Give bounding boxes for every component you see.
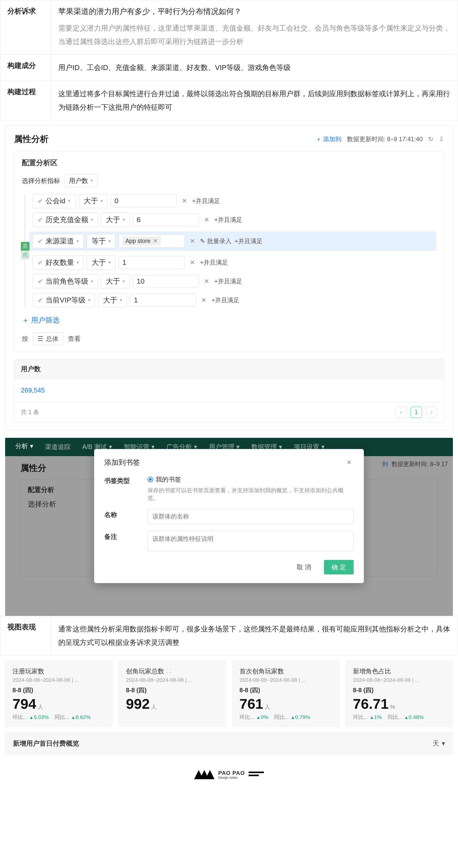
nav-analysis[interactable]: 分析 ▾ [15,442,33,452]
filter-property-select[interactable]: 当前VIP等级▾ [33,293,95,307]
chevron-down-icon: ▾ [91,217,93,223]
kpi-date: 2024-08-08~2024-08-08 | ... [126,677,219,683]
property-icon [37,260,43,265]
property-icon [37,298,43,303]
refresh-icon[interactable]: ↻ [428,135,433,143]
kpi-date: 2024-08-08~2024-08-08 | ... [353,677,446,683]
filter-operator-select[interactable]: 大于▾ [79,194,108,208]
add-and-condition[interactable]: +并且满足 [211,296,239,304]
filter-operator-select[interactable]: 等于▾ [87,234,116,248]
add-and-condition[interactable]: +并且满足 [235,237,263,245]
add-user-filter[interactable]: ＋ 用户筛选 [22,315,60,325]
metric-label: 选择分析指标 [22,177,60,185]
filter-value-input[interactable]: 1 [119,256,185,269]
kpi-yoy: 同比... ▲0.48% [388,714,424,721]
filter-operator-select[interactable]: 大于▾ [87,255,116,270]
kpi-yoy: 同比... ▲0.79% [274,714,310,721]
edit-icon: ✎ [200,238,205,245]
svg-point-4 [38,281,40,283]
filter-value-input[interactable]: 6 [133,213,199,226]
filter-operator-select[interactable]: 大于▾ [98,293,127,307]
filter-property-select[interactable]: 好友数量▾ [33,255,84,270]
filter-property-select[interactable]: 当前角色等级▾ [33,274,98,288]
view-body: 通常这些属性分析采用数据指标卡即可，很多业务场景下，这些属性不是最终结果，很有可… [51,616,458,655]
components-body: 用户ID、工会ID、充值金额、来源渠道、好友数、VIP等级、游戏角色等级 [51,55,458,81]
pager-next[interactable]: › [426,407,437,418]
remove-filter-icon[interactable]: ✕ [180,197,189,205]
kpi-mom: 环比... ▲0% [239,714,269,721]
cancel-button[interactable]: 取 消 [289,560,319,575]
svg-point-3 [38,262,40,264]
filter-property-select[interactable]: 来源渠道▾ [33,234,84,248]
time-granularity-select[interactable]: 天 ▾ [433,739,445,748]
property-icon [37,198,43,204]
logo-text: PAO PAO Design notes [218,770,245,779]
kpi-mom: 环比... ▲1% [353,714,382,721]
chip-remove-icon[interactable]: ✕ [153,238,158,245]
add-and-condition[interactable]: +并且满足 [214,277,242,285]
expand-icon: ⛶ [166,668,171,674]
add-to-link[interactable]: ＋ 添加到 [315,135,341,143]
chevron-down-icon: ▾ [123,217,125,223]
bookmark-type-radio[interactable]: 我的书签 [148,475,181,484]
add-and-condition[interactable]: +并且满足 [214,216,242,224]
filter-row: 当前角色等级▾ 大于▾ 10 ✕ +并且满足 [33,274,436,288]
kpi-value: 992人 [126,697,219,711]
chevron-down-icon: ▾ [123,279,125,284]
nav-channel[interactable]: 渠道追踪 [45,443,70,451]
remove-filter-icon[interactable]: ✕ [199,297,208,304]
filter-property-select[interactable]: 公会id▾ [33,194,76,208]
bookmark-name-label: 名称 [104,509,140,524]
process-body: 这里通过将多个目标属性进行合并过滤，最终以筛选出符合预期的目标用户群，后续则应用… [51,81,458,120]
and-or-toggle[interactable]: 且 或 [21,242,30,259]
filter-operator-select[interactable]: 大于▾ [101,274,130,288]
remove-filter-icon[interactable]: ✕ [202,216,211,223]
kpi-grid: 注册玩家数 2024-08-08~2024-08-08 | ... 8-8 (四… [5,661,453,727]
pager-current[interactable]: 1 [411,407,422,418]
filter-operator-select[interactable]: 大于▾ [101,213,130,227]
metric-select[interactable]: 用户数▾ [64,174,98,187]
bookmark-remark-input[interactable] [148,531,354,551]
result-value[interactable]: 269,545 [14,379,444,402]
filter-value-input[interactable]: 10 [133,275,199,288]
download-icon[interactable]: ⇩ [439,135,444,143]
pager-prev[interactable]: ‹ [395,407,406,418]
remove-filter-icon[interactable]: ✕ [202,278,211,285]
chevron-down-icon: ▾ [91,279,93,284]
kpi-card[interactable]: 创角玩家总数 ⛶ 2024-08-08~2024-08-08 | ... 8-8… [119,661,226,727]
by-select[interactable]: ☰ 总体 [33,332,63,345]
kpi-card[interactable]: 注册玩家数 2024-08-08~2024-08-08 | ... 8-8 (四… [5,661,113,727]
add-and-condition[interactable]: +并且满足 [192,197,220,205]
filter-value-input[interactable]: 0 [111,195,177,207]
remove-filter-icon[interactable]: ✕ [188,238,197,245]
kpi-card[interactable]: 首次创角玩家数 2024-08-08~2024-08-08 | ... 8-8 … [232,661,339,727]
add-and-condition[interactable]: +并且满足 [200,258,228,267]
radio-checked-icon [148,477,153,482]
wide-card-title: 新增用户首日付费概览 [13,739,79,748]
filter-property-select[interactable]: 历史充值金额▾ [33,213,98,227]
value-chip[interactable]: App store✕ [122,237,161,246]
list-icon: ☰ [38,335,43,342]
bookmark-name-input[interactable] [148,509,354,524]
filter-value-input[interactable]: 1 [130,294,196,307]
footer-logo: PAO PAO Design notes [0,760,458,791]
confirm-button[interactable]: 确 定 [324,560,354,575]
chevron-down-icon: ▾ [100,198,103,204]
chevron-down-icon: ▾ [88,298,90,303]
filter-row: 公会id▾ 大于▾ 0 ✕ +并且满足 [33,194,436,208]
filter-value-input[interactable]: App store✕ [119,234,185,248]
meta-label-analysis: 分析诉求 [0,0,51,55]
update-time: 数据更新时间: 8–9 17:41:40 [347,135,423,143]
close-icon[interactable]: ✕ [344,459,354,466]
property-icon [37,279,43,284]
kpi-title: 首次创角玩家数 [239,667,332,675]
filter-row: 好友数量▾ 大于▾ 1 ✕ +并且满足 [33,255,436,270]
chevron-down-icon: ▾ [91,178,93,183]
add-bookmark-modal: 添加到书签 ✕ 书签类型 我的书签 保存的书签可以在书签页面查看，并支持添加到我… [94,449,364,583]
kpi-card[interactable]: 新增角色占比 2024-08-08~2024-08-08 | ... 8-8 (… [345,661,453,727]
remove-filter-icon[interactable]: ✕ [188,259,197,266]
bulk-input[interactable]: ✎批量录入 [200,237,232,245]
modal-title: 添加到书签 [104,458,140,467]
logo-bars-icon [249,772,264,778]
svg-point-0 [38,201,40,203]
